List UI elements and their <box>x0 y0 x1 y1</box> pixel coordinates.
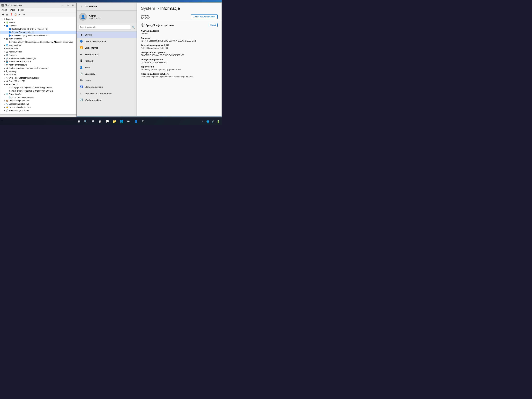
copy-spec-btn[interactable]: Kopiuj <box>209 23 218 27</box>
devmgr-maximize-btn[interactable]: □ <box>66 3 70 7</box>
tree-toggle-baterie[interactable]: ▶ <box>3 21 6 24</box>
spec-value: Intel(R) Core(TM)2 Duo CPU L9300 @ 1.60G… <box>141 40 218 42</box>
tree-toggle-urzadz-zabez[interactable]: ▶ <box>3 106 6 108</box>
breadcrumb-system[interactable]: System <box>141 6 155 11</box>
taskbar-explorer-btn[interactable]: 📁 <box>111 118 118 125</box>
nav-item-aplikacje[interactable]: 📱Aplikacje <box>77 57 137 64</box>
tree-toggle-lenovo[interactable]: ▼ <box>1 18 3 20</box>
tree-item-kolejki[interactable]: ▶🖨Kolejki wydruku <box>0 50 76 53</box>
taskbar-settings2-btn[interactable]: ⚙ <box>140 118 146 125</box>
taskbar-overflow-btn[interactable]: ∧ <box>200 119 205 124</box>
taskbar-store-btn[interactable]: 🛍 <box>126 118 132 125</box>
tree-toggle-bluetooth[interactable]: ▼ <box>3 25 6 27</box>
tree-item-stacje[interactable]: ▼💿Stacje dysków <box>0 93 76 96</box>
nav-item-personalizacja[interactable]: ✏Personalizacja <box>77 51 137 57</box>
taskbar-chat-btn[interactable]: 💬 <box>104 118 110 125</box>
tree-item-karty-graf[interactable]: ▼🖼Karty graficzne <box>0 37 76 40</box>
tree-item-porty[interactable]: ▶🔌Porty (COM i LPT) <box>0 80 76 83</box>
tree-toggle-karty-graf[interactable]: ▼ <box>3 38 6 40</box>
toolbar-btn-3[interactable]: ❓ <box>9 13 13 16</box>
tree-item-kontrolery-mag[interactable]: ▶💾Kontrolery magazynu <box>0 63 76 66</box>
tree-item-kontrolery-dzwiek[interactable]: ▶🔊Kontrolery dźwięku, wideo i gier <box>0 57 76 60</box>
tree-toggle-kolejki[interactable]: ▶ <box>3 51 6 53</box>
tree-toggle-urzadz-prog[interactable]: ▶ <box>3 100 6 102</box>
tree-toggle-kontrolery-mag[interactable]: ▶ <box>3 64 6 66</box>
tree-toggle-modemy[interactable]: ▶ <box>3 70 6 73</box>
tree-toggle-komputer[interactable]: ▶ <box>3 54 6 56</box>
tree-item-cpu2[interactable]: ⚙Intel(R) Core(TM)2 Duo CPU L9300 @ 1.60… <box>0 89 76 93</box>
nav-item-bluetooth[interactable]: 🔵Bluetooth i urządzenia <box>77 38 137 44</box>
tree-item-urzadz-sys[interactable]: ▶🔧Urządzenia systemowe <box>0 102 76 106</box>
devmgr-minimize-btn[interactable]: ─ <box>61 3 65 7</box>
menu-widok[interactable]: Widok <box>8 8 16 11</box>
tree-toggle-porty[interactable]: ▶ <box>3 80 6 82</box>
tree-toggle-stacje[interactable]: ▼ <box>3 93 6 95</box>
nav-item-ulatwienia[interactable]: ♿Ułatwienia dostępu <box>77 84 137 90</box>
taskbar-taskview-btn[interactable]: ⧉ <box>90 118 96 125</box>
toolbar-btn-5[interactable]: 🖨 <box>18 13 22 16</box>
tree-toggle-procesory[interactable]: ▼ <box>3 83 6 86</box>
tree-item-klawiatury[interactable]: ▶⌨Klawiatury <box>0 47 76 50</box>
taskbar-search-btn[interactable]: 🔍 <box>82 118 89 125</box>
nav-item-winupdate[interactable]: 🔄Windows Update <box>77 97 137 103</box>
tree-item-wejscia[interactable]: ▶🎵Wejścia i wyjścia audio <box>0 109 76 112</box>
tree-toggle-kontrolery-ide[interactable]: ▶ <box>3 60 6 63</box>
user-panel: 👤 Admin Konto lokalne <box>77 11 137 23</box>
toolbar-btn-2[interactable]: ▦ <box>5 13 9 16</box>
nav-item-prywatnosc[interactable]: 🛡Prywatność i zabezpieczenia <box>77 90 137 97</box>
tree-toggle-kontrolery-dzwiek[interactable]: ▶ <box>3 57 6 59</box>
tree-item-bt-dev2[interactable]: 🔵Generic Bluetooth Adapter <box>0 31 76 34</box>
menu-akcja[interactable]: Akcja <box>1 8 8 11</box>
nav-item-system[interactable]: 🖥System <box>77 32 137 38</box>
nav-item-granie[interactable]: 🎮Granie <box>77 77 137 84</box>
tree-item-kontrolery-uni[interactable]: ▶🔌Kontrolery uniwersalnej magistrali sze… <box>0 66 76 70</box>
tree-item-procesory[interactable]: ▼⚙Procesory <box>0 83 76 86</box>
devmgr-close-btn[interactable]: ✕ <box>70 3 75 7</box>
taskbar-person-btn[interactable]: 👤 <box>133 118 139 125</box>
network-icon[interactable]: 🌐 <box>205 119 210 124</box>
tree-icon-kontrolery-mag: 💾 <box>6 63 8 66</box>
settings-back-btn[interactable]: ← <box>79 4 84 9</box>
tree-item-ssd1[interactable]: 💿INTEL SSDSA2BW080G3 <box>0 96 76 99</box>
device-label: Lenovo 7470BG8 <box>141 14 150 19</box>
tree-toggle-kontrolery-uni[interactable]: ▶ <box>3 67 6 69</box>
rename-device-btn[interactable]: Zmień nazwę tego kom <box>191 14 218 19</box>
tree-item-bt-dev1[interactable]: 🔵Bluetooth Device (RFCOMM Protocol TDI) <box>0 27 76 31</box>
battery-icon[interactable]: 🔋 <box>216 119 220 124</box>
tree-item-gpu1[interactable]: 🖼Mobile Intel(R) 4 Series Express Chipse… <box>0 40 76 44</box>
tree-item-modemy[interactable]: ▶📞Modemy <box>0 70 76 73</box>
nav-item-czas[interactable]: 🕐Czas i język <box>77 70 137 77</box>
tree-item-bluetooth[interactable]: ▼🔵Bluetooth <box>0 24 76 27</box>
device-tree: ▼🖥Lenovo▶🔋Baterie▼🔵Bluetooth🔵Bluetooth D… <box>0 17 76 114</box>
nav-item-konta[interactable]: 👤Konta <box>77 64 137 70</box>
tree-item-baterie[interactable]: ▶🔋Baterie <box>0 21 76 24</box>
spec-key: Identyfikator produktu <box>141 58 218 61</box>
tree-toggle-urzadz-sys[interactable]: ▶ <box>3 103 6 105</box>
toolbar-btn-4[interactable]: 📋 <box>13 13 18 16</box>
taskbar-edge-btn[interactable]: 🌐 <box>118 118 125 125</box>
volume-icon[interactable]: 🔊 <box>211 119 215 124</box>
nav-item-siec[interactable]: 📶Sieć i Internet <box>77 44 137 51</box>
tree-toggle-mysz[interactable]: ▶ <box>3 77 6 79</box>
toolbar-btn-1[interactable]: ◀ <box>1 13 5 16</box>
tree-item-mysz[interactable]: ▶🖱Mysz i inne urządzenia wskazujące <box>0 76 76 80</box>
tree-item-komputer[interactable]: ▶💻Komputer <box>0 53 76 57</box>
tree-item-cpu1[interactable]: ⚙Intel(R) Core(TM)2 Duo CPU L9300 @ 1.60… <box>0 86 76 89</box>
tree-item-monitory[interactable]: ▶🖥Monitory <box>0 73 76 76</box>
toolbar-btn-6[interactable]: ⚙ <box>22 13 26 16</box>
menu-pomoc[interactable]: Pomoc <box>17 8 25 11</box>
tree-item-karty-siec[interactable]: ▶🌐Karty sieciowe <box>0 44 76 47</box>
tree-toggle-klawiatury[interactable]: ▶ <box>3 47 6 50</box>
tree-toggle-wejscia[interactable]: ▶ <box>3 109 6 112</box>
settings-search-input[interactable] <box>79 25 131 30</box>
tree-item-urzadz-zabez[interactable]: ▶🔒Urządzenia zabezpieczeń <box>0 106 76 109</box>
tree-item-urzadz-prog[interactable]: ▶📦Urządzenia programowe <box>0 99 76 102</box>
taskbar-start-btn[interactable]: ⊞ <box>75 118 82 125</box>
tree-item-bt-dev3[interactable]: 🔵Moduł wyliczający Bluetooth firmy Micro… <box>0 34 76 37</box>
tree-item-lenovo[interactable]: ▼🖥Lenovo <box>0 18 76 21</box>
tree-toggle-karty-siec[interactable]: ▶ <box>3 44 6 46</box>
tree-item-kontrolery-ide[interactable]: ▶💾Kontrolery IDE ATA/ATAPI <box>0 60 76 63</box>
taskbar-widgets-btn[interactable]: ▦ <box>97 118 103 125</box>
taskbar-chevron[interactable]: ^ <box>1 120 3 123</box>
tree-toggle-monitory[interactable]: ▶ <box>3 74 6 76</box>
